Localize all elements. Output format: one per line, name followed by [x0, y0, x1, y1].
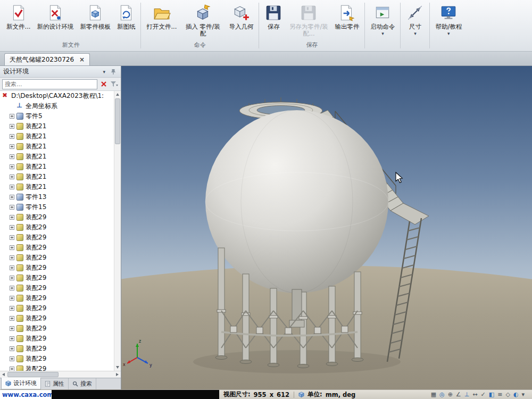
tree-item[interactable]: 装配21: [0, 131, 114, 142]
viewport-3d[interactable]: z x y: [121, 66, 532, 389]
expander-icon[interactable]: [10, 276, 14, 280]
expander-icon[interactable]: [10, 114, 14, 119]
caxa-link[interactable]: www.caxa.com: [0, 390, 52, 399]
scroll-right-icon[interactable]: [114, 371, 121, 378]
display-grid-icon[interactable]: ▦: [431, 392, 436, 397]
tree-item[interactable]: 装配21: [0, 182, 114, 192]
expander-icon[interactable]: [10, 185, 14, 189]
document-tab[interactable]: 天然气储罐20230726 ×: [4, 53, 90, 65]
tree-item[interactable]: 装配29: [0, 364, 114, 371]
save-as-button[interactable]: 另存为零件/装配...: [286, 2, 331, 40]
ortho-mode-icon[interactable]: ⊥: [464, 392, 470, 397]
tree-item[interactable]: 装配29: [0, 243, 114, 253]
filter-icon[interactable]: [110, 80, 119, 89]
tree-item[interactable]: 装配29: [0, 263, 114, 273]
new-part-template-button[interactable]: 新零件模板: [77, 2, 114, 40]
tree-horizontal-scrollbar[interactable]: [0, 371, 121, 378]
expander-icon[interactable]: [10, 286, 14, 290]
expander-icon[interactable]: [10, 326, 14, 331]
angle-snap-icon[interactable]: ∠: [456, 392, 461, 397]
half-render-icon[interactable]: ◐: [513, 392, 519, 397]
tab-design-environment[interactable]: 设计环境: [1, 378, 41, 389]
start-command-button[interactable]: 启动命令 ▾: [367, 2, 398, 48]
pan-mode-icon[interactable]: ↔: [472, 392, 477, 397]
scrollbar-thumb[interactable]: [115, 98, 120, 144]
insert-part-button[interactable]: 插入 零件/装配: [180, 2, 226, 40]
expander-icon[interactable]: [10, 245, 14, 250]
expander-icon[interactable]: [10, 296, 14, 301]
expander-icon[interactable]: [10, 215, 14, 220]
expander-icon[interactable]: [10, 174, 14, 179]
tree-item[interactable]: 装配29: [0, 232, 114, 243]
tree-item[interactable]: 零件15: [0, 202, 114, 212]
tree-item[interactable]: 装配29: [0, 354, 114, 364]
tree-item[interactable]: 零件13: [0, 192, 114, 202]
tree-item-icon: [16, 143, 23, 150]
scroll-down-icon[interactable]: [114, 364, 121, 371]
tree-item[interactable]: 装配29: [0, 313, 114, 323]
list-mode-icon[interactable]: ≡: [497, 392, 502, 397]
scroll-up-icon[interactable]: [114, 91, 121, 98]
pin-icon[interactable]: [109, 67, 118, 76]
expander-icon[interactable]: [10, 336, 14, 341]
save-button[interactable]: 保存: [261, 2, 286, 40]
tree-item[interactable]: 零件5: [0, 111, 114, 121]
tree-root-item[interactable]: D:\Desktop\CAXA2023教程\1:: [0, 91, 114, 101]
expander-icon[interactable]: [10, 346, 14, 351]
shade-mode-icon[interactable]: ◧: [489, 392, 494, 397]
snap-point-icon[interactable]: ⊕: [448, 392, 453, 397]
expander-icon[interactable]: [10, 235, 14, 240]
tree-item[interactable]: 装配29: [0, 334, 114, 344]
clear-search-icon[interactable]: [99, 80, 108, 89]
dimensions-button[interactable]: 尺寸 ▾: [403, 2, 427, 48]
confirm-icon[interactable]: ✓: [481, 392, 486, 397]
expander-icon[interactable]: [10, 195, 14, 200]
tab-search[interactable]: 搜索: [69, 378, 96, 389]
new-file-button[interactable]: 新文件...: [3, 2, 34, 40]
expander-icon[interactable]: [10, 265, 14, 270]
tree-item[interactable]: 装配21: [0, 172, 114, 182]
tree-item[interactable]: 装配29: [0, 293, 114, 303]
expander-icon[interactable]: [10, 356, 14, 361]
expander-icon[interactable]: [10, 205, 14, 210]
tree-item[interactable]: 装配29: [0, 222, 114, 232]
expander-icon[interactable]: [10, 255, 14, 260]
tab-close-icon[interactable]: ×: [79, 56, 85, 63]
tree-item[interactable]: 装配29: [0, 344, 114, 354]
search-input[interactable]: [2, 79, 97, 89]
more-options-caret[interactable]: ▾: [521, 392, 525, 397]
snap-center-icon[interactable]: ◎: [439, 392, 445, 397]
tree-vertical-scrollbar[interactable]: [114, 91, 121, 371]
new-design-env-button[interactable]: 新的设计环境: [34, 2, 77, 40]
tree-item[interactable]: 装配29: [0, 323, 114, 334]
expander-icon[interactable]: [10, 316, 14, 321]
tree-item[interactable]: 装配21: [0, 152, 114, 162]
new-drawing-button[interactable]: 新图纸: [114, 2, 139, 40]
tree-item[interactable]: 装配21: [0, 142, 114, 152]
expander-icon[interactable]: [10, 124, 14, 129]
expander-icon[interactable]: [10, 225, 14, 230]
open-file-button[interactable]: 打开文件...: [143, 2, 180, 40]
tree-item[interactable]: 装配21: [0, 162, 114, 172]
tab-properties[interactable]: 属性: [41, 378, 69, 389]
expander-icon[interactable]: [10, 144, 14, 149]
tree-item[interactable]: 全局坐标系: [0, 101, 114, 111]
import-geometry-button[interactable]: 导入几何: [226, 2, 256, 40]
scrollbar-thumb[interactable]: [7, 372, 59, 377]
panel-menu-caret-icon[interactable]: ▾: [103, 69, 105, 74]
expander-icon[interactable]: [10, 164, 14, 169]
expander-icon[interactable]: [10, 306, 14, 311]
expander-icon[interactable]: [10, 154, 14, 159]
tree-item[interactable]: 装配29: [0, 283, 114, 293]
tree-item[interactable]: 装配29: [0, 253, 114, 263]
scroll-left-icon[interactable]: [0, 371, 7, 378]
tree-item[interactable]: 装配29: [0, 273, 114, 283]
tree-item[interactable]: 装配29: [0, 303, 114, 313]
expander-icon[interactable]: [10, 134, 14, 139]
tree-item[interactable]: 装配29: [0, 212, 114, 222]
wireframe-icon[interactable]: ◇: [505, 392, 510, 397]
expander-icon[interactable]: [10, 367, 14, 371]
export-part-button[interactable]: 输出零件: [331, 2, 362, 40]
tree-item[interactable]: 装配21: [0, 121, 114, 131]
help-button[interactable]: 帮助/教程 ▾: [432, 2, 465, 48]
